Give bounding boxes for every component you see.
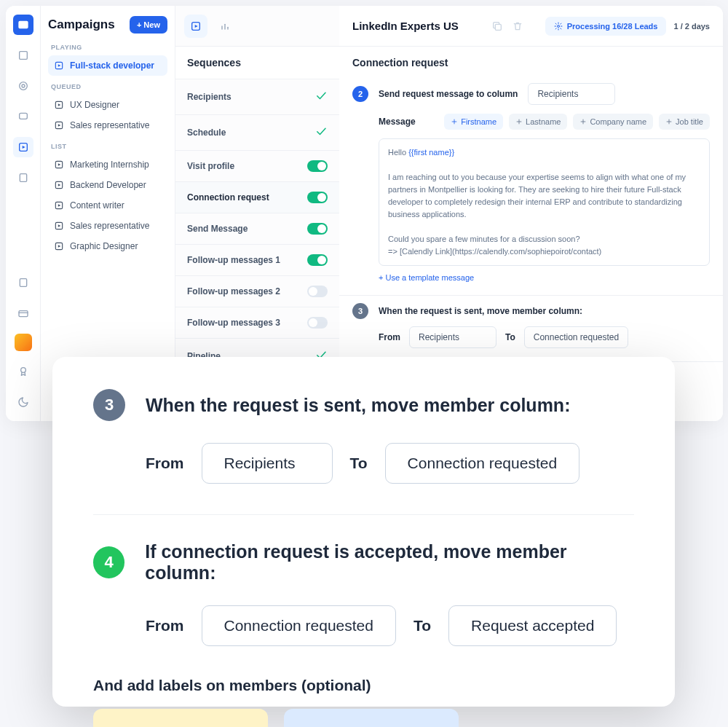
sidebar-item[interactable]: Content writer — [48, 195, 167, 216]
plus-icon — [515, 118, 523, 125]
svg-marker-17 — [58, 124, 61, 127]
sidebar-item[interactable]: Backend Developer — [48, 175, 167, 195]
step2-title: Send request message to column — [379, 89, 518, 99]
token-job title[interactable]: Job title — [659, 114, 710, 130]
check-icon — [314, 125, 328, 141]
sidebar-title: Campaigns — [48, 17, 115, 32]
nav-target-icon[interactable] — [13, 76, 33, 96]
svg-point-3 — [22, 85, 25, 87]
sequences-header: Sequences — [175, 47, 339, 79]
token-lastname[interactable]: Lastname — [509, 114, 567, 130]
sidebar-item-fullstack[interactable]: Full-stack developer — [48, 55, 167, 76]
step-badge-2: 2 — [352, 86, 368, 102]
label-chip-blue[interactable] — [284, 709, 459, 727]
sidebar-item[interactable]: Sales representative — [48, 115, 167, 135]
svg-rect-8 — [20, 279, 26, 287]
overlay-to-label-4: To — [414, 617, 431, 634]
svg-marker-27 — [58, 245, 61, 248]
step2-column-select[interactable]: Recipients — [528, 83, 615, 105]
variable-firstname: {{first name}} — [408, 148, 454, 157]
overlay-labels-title: And add labels on members (optional) — [93, 677, 634, 694]
app-logo — [13, 15, 33, 35]
plus-icon — [665, 118, 673, 125]
toggle-off[interactable] — [307, 317, 328, 329]
play-icon — [54, 160, 64, 170]
overlay-badge-3: 3 — [93, 389, 125, 421]
svg-rect-4 — [19, 113, 27, 119]
nav-billing-icon[interactable] — [13, 303, 33, 323]
trash-icon[interactable] — [507, 16, 528, 36]
overlay-step4-from-select[interactable]: Connection requested — [202, 605, 396, 646]
copy-icon[interactable] — [487, 16, 507, 36]
nav-theme-icon[interactable] — [13, 392, 33, 412]
sidebar-item[interactable]: Marketing Internship — [48, 154, 167, 175]
sidebar-section-list: LIST — [51, 143, 165, 150]
toggle-on[interactable] — [307, 160, 328, 172]
overlay-step4-to-select[interactable]: Request accepted — [448, 605, 617, 646]
nav-board-icon[interactable] — [13, 45, 33, 66]
toggle-off[interactable] — [307, 286, 328, 297]
sidebar-item[interactable]: Graphic Designer — [48, 236, 167, 256]
play-icon — [54, 120, 64, 130]
message-textarea[interactable]: Hello {{first name}} I am reaching out t… — [379, 138, 710, 266]
processing-status: Processing 16/28 Leads — [545, 17, 667, 36]
svg-marker-23 — [58, 204, 61, 207]
play-icon — [54, 60, 64, 71]
overlay-step4-title: If connection request is accepted, move … — [145, 541, 634, 583]
nav-badge-icon[interactable] — [13, 361, 33, 382]
toggle-on[interactable] — [307, 254, 328, 266]
sequence-item[interactable]: Follow-up messages 3 — [175, 307, 339, 339]
sequence-item[interactable]: Follow-up messages 2 — [175, 276, 339, 307]
nav-doc-icon[interactable] — [13, 168, 33, 188]
overlay-badge-4: 4 — [93, 546, 124, 578]
days-counter: 1 / 2 days — [673, 22, 710, 31]
sidebar-item[interactable]: UX Designer — [48, 95, 167, 115]
check-icon — [314, 89, 328, 105]
nav-chat-icon[interactable] — [13, 106, 33, 127]
sidebar-item[interactable]: Sales representative — [48, 216, 167, 236]
svg-rect-1 — [19, 52, 27, 60]
toggle-on[interactable] — [307, 192, 328, 203]
overlay-step3-to-select[interactable]: Connection requested — [385, 443, 579, 484]
overlay-step3-from-select[interactable]: Recipients — [202, 443, 333, 484]
sequence-item[interactable]: Follow-up messages 1 — [175, 245, 339, 276]
svg-marker-25 — [58, 224, 61, 227]
tab-analytics-icon[interactable] — [213, 15, 237, 38]
new-campaign-button[interactable]: + New — [130, 16, 167, 34]
overlay-from-label-4: From — [146, 617, 184, 634]
sequence-item[interactable]: Schedule — [175, 115, 339, 151]
svg-point-34 — [557, 25, 559, 27]
play-icon — [54, 100, 64, 110]
nav-campaigns-icon[interactable] — [13, 137, 33, 157]
svg-marker-6 — [22, 146, 25, 149]
message-label: Message — [379, 117, 416, 127]
step3-from-select[interactable]: Recipients — [409, 326, 496, 348]
overlay-step3-title: When the request is sent, move member co… — [146, 395, 570, 416]
sidebar-section-queued: QUEUED — [51, 83, 165, 90]
play-icon — [54, 200, 64, 211]
sequence-item[interactable]: Visit profile — [175, 151, 339, 182]
to-label: To — [505, 332, 515, 342]
sequence-item[interactable]: Send Message — [175, 213, 339, 245]
step3-to-select[interactable]: Connection requested — [524, 326, 628, 348]
sidebar-section-playing: PLAYING — [51, 44, 165, 51]
svg-point-11 — [20, 368, 25, 373]
sequence-item[interactable]: Connection request — [175, 182, 339, 213]
toggle-on[interactable] — [307, 223, 328, 235]
use-template-link[interactable]: + Use a template message — [379, 273, 710, 282]
sequence-item[interactable]: Recipients — [175, 79, 339, 115]
step-badge-3: 3 — [352, 303, 368, 319]
label-chip-yellow[interactable] — [93, 709, 268, 727]
gear-icon — [554, 22, 563, 31]
tab-sequence-icon[interactable] — [184, 15, 207, 38]
step3-title: When the request is sent, move member co… — [379, 306, 582, 316]
svg-marker-13 — [58, 64, 61, 67]
overlay-to-label: To — [350, 455, 368, 472]
user-avatar[interactable] — [15, 334, 32, 351]
token-firstname[interactable]: Firstname — [444, 114, 503, 130]
token-company name[interactable]: Company name — [573, 114, 653, 130]
nav-contacts-icon[interactable] — [13, 272, 33, 293]
svg-marker-15 — [58, 103, 61, 106]
campaign-name: LinkedIn Experts US — [352, 20, 487, 32]
overlay-from-label: From — [146, 455, 184, 472]
